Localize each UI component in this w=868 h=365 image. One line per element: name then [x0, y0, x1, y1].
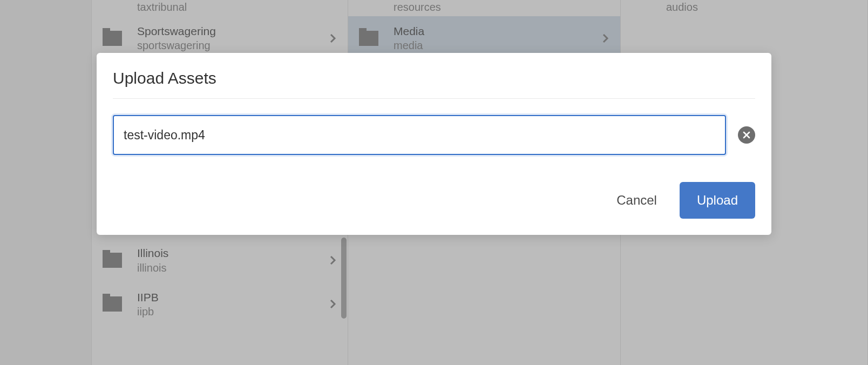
- modal-actions: Cancel Upload: [113, 182, 755, 219]
- filename-input[interactable]: [113, 115, 726, 155]
- cancel-button[interactable]: Cancel: [609, 183, 664, 218]
- clear-input-button[interactable]: [738, 126, 755, 144]
- close-icon: [742, 131, 751, 139]
- upload-assets-modal: Upload Assets Cancel Upload: [97, 53, 771, 235]
- modal-title: Upload Assets: [113, 69, 755, 99]
- filename-input-row: [113, 115, 755, 155]
- upload-button[interactable]: Upload: [680, 182, 755, 219]
- modal-overlay: Upload Assets Cancel Upload: [0, 0, 868, 365]
